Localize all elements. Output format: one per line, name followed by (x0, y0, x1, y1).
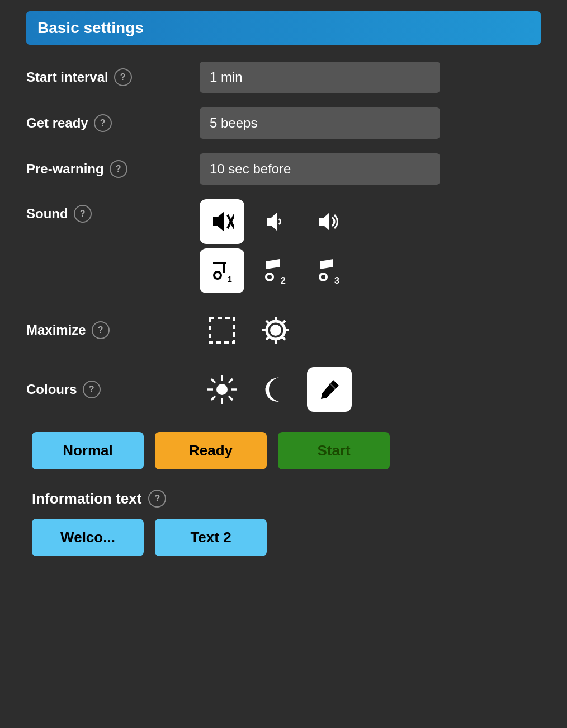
svg-point-14 (321, 275, 325, 279)
svg-text:3: 3 (334, 276, 339, 285)
maximize-row: Maximize ? (26, 308, 541, 353)
volume-low-icon (263, 209, 288, 234)
music3-icon: 3 (315, 257, 343, 285)
pre-warning-input[interactable]: 10 sec before (200, 153, 440, 185)
svg-rect-16 (210, 318, 234, 342)
svg-text:2: 2 (281, 276, 286, 285)
moon-icon (259, 373, 292, 406)
svg-point-27 (216, 384, 228, 395)
svg-line-34 (229, 379, 233, 383)
pre-warning-help-icon[interactable]: ? (110, 160, 127, 178)
maximize-expand-button[interactable] (200, 308, 244, 353)
sound-label: Sound ? (26, 199, 200, 223)
sun-icon (205, 373, 239, 406)
svg-marker-3 (267, 213, 277, 231)
colours-label: Colours ? (26, 381, 200, 398)
svg-line-33 (229, 396, 233, 400)
start-interval-row: Start interval ? 1 min (26, 62, 541, 93)
colours-dark-button[interactable] (253, 367, 298, 412)
welcome-text-button[interactable]: Welco... (32, 519, 144, 556)
maximize-help-icon[interactable]: ? (92, 321, 110, 339)
svg-text:1: 1 (228, 275, 232, 283)
get-ready-help-icon[interactable]: ? (94, 114, 112, 132)
text2-button[interactable]: Text 2 (155, 519, 267, 556)
info-text-section: Information text ? Welco... Text 2 (26, 490, 541, 556)
maximize-icons-container (200, 308, 298, 353)
sound-low-button[interactable] (253, 199, 298, 244)
svg-point-17 (270, 325, 281, 336)
sound-help-icon[interactable]: ? (74, 205, 92, 223)
sound-row-1 (200, 199, 352, 244)
svg-marker-0 (213, 212, 224, 232)
start-interval-help-icon[interactable]: ? (114, 68, 132, 86)
sound-icons-container: 1 2 3 (200, 199, 352, 293)
normal-button[interactable]: Normal (32, 432, 144, 469)
expand-icon (205, 313, 239, 347)
pre-warning-label: Pre-warning ? (26, 160, 200, 178)
maximize-brightness-button[interactable] (253, 308, 298, 353)
start-button[interactable]: Start (278, 432, 390, 469)
brightness-icon (259, 313, 292, 347)
sound-medium-button[interactable] (307, 199, 352, 244)
svg-line-32 (211, 379, 215, 383)
sound-music1-button[interactable]: 1 (200, 248, 244, 293)
section-header: Basic settings (26, 11, 541, 45)
sound-music3-button[interactable]: 3 (307, 248, 352, 293)
edit-icon (318, 378, 341, 401)
info-text-label: Information text ? (26, 490, 541, 508)
music2-icon: 2 (262, 257, 290, 285)
sound-row-2: 1 2 3 (200, 248, 352, 293)
get-ready-label: Get ready ? (26, 114, 200, 132)
colours-light-button[interactable] (200, 367, 244, 412)
colours-help-icon[interactable]: ? (83, 381, 101, 398)
sound-mute-button[interactable] (200, 199, 244, 244)
svg-point-8 (215, 273, 220, 278)
section-title: Basic settings (37, 19, 144, 36)
volume-medium-icon (317, 209, 342, 234)
ready-button[interactable]: Ready (155, 432, 267, 469)
sound-row: Sound ? (26, 199, 541, 293)
svg-point-11 (267, 275, 272, 279)
svg-line-35 (211, 396, 215, 400)
colours-custom-button[interactable] (307, 367, 352, 412)
action-buttons: Normal Ready Start (26, 432, 541, 469)
sound-music2-button[interactable]: 2 (253, 248, 298, 293)
svg-rect-6 (223, 262, 225, 273)
colours-row: Colours ? (26, 367, 541, 412)
get-ready-input[interactable]: 5 beeps (200, 107, 440, 139)
text-buttons: Welco... Text 2 (26, 519, 541, 556)
maximize-label: Maximize ? (26, 321, 200, 339)
colours-icons-container (200, 367, 352, 412)
pre-warning-row: Pre-warning ? 10 sec before (26, 153, 541, 185)
start-interval-input[interactable]: 1 min (200, 62, 440, 93)
mute-icon (210, 209, 234, 234)
info-text-help-icon[interactable]: ? (148, 490, 166, 508)
music1-icon: 1 (210, 259, 234, 283)
get-ready-row: Get ready ? 5 beeps (26, 107, 541, 139)
svg-marker-4 (319, 213, 329, 231)
start-interval-label: Start interval ? (26, 68, 200, 86)
